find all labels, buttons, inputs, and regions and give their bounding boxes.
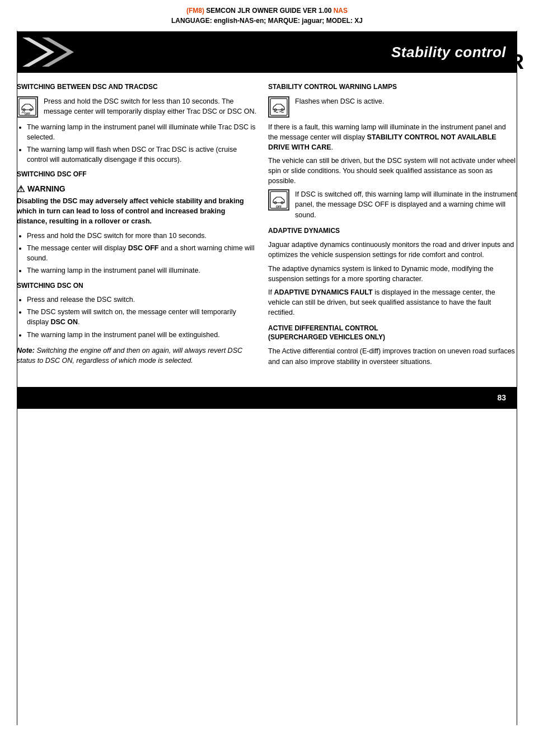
switching-between-heading: SWITCHING BETWEEN DSC AND TRACDSC (17, 83, 257, 92)
fm8-label: (FM8) (186, 7, 206, 15)
dsc-icon-text-row: OFF Press and hold the DSC switch for le… (17, 96, 257, 118)
page-header: (FM8) SEMCON JLR OWNER GUIDE VER 1.00 NA… (0, 0, 534, 28)
svg-rect-8 (270, 99, 287, 115)
bullet-item: The warning lamp will flash when DSC or … (27, 144, 257, 165)
warning-triangle-icon: ⚠ (17, 184, 25, 194)
stability-control-bold: STABILITY CONTROL NOT AVAILABLE DRIVE WI… (268, 133, 496, 151)
right-column: STABILITY CONTROL WARNING LAMPS Flashes … (268, 83, 517, 370)
adaptive-fault-bold: ADAPTIVE DYNAMICS FAULT (274, 288, 373, 296)
bullet-item: The message center will display DSC OFF … (27, 243, 257, 263)
svg-text:OFF: OFF (276, 205, 282, 208)
switching-dsc-off-heading: SWITCHING DSC OFF (17, 170, 257, 179)
active-diff-heading: ACTIVE DIFFERENTIAL CONTROL (Supercharge… (268, 324, 517, 342)
footer-bar: 83 (17, 387, 517, 408)
dsc-off-bullets: Press and hold the DSC switch for more t… (27, 231, 257, 276)
svg-line-5 (22, 111, 23, 113)
dsc-off-icon: OFF (268, 189, 289, 211)
banner-title: Stability control (95, 44, 517, 61)
dsc-switch-icon: OFF (17, 96, 38, 118)
lang-line: LANGUAGE: english-NAS-en; MARQUE: jaguar… (0, 16, 534, 26)
dsc-off-bold: DSC OFF (128, 244, 159, 252)
active-diff-para: The Active differential control (E-diff)… (268, 346, 517, 366)
right-border-line (517, 31, 517, 725)
bullet-item: Press and hold the DSC switch for more t… (27, 231, 257, 241)
dsc-switch-text: Press and hold the DSC switch for less t… (44, 96, 257, 116)
svg-marker-0 (22, 38, 54, 67)
dsc-note: Note: Switching the engine off and then … (17, 346, 257, 366)
left-border-line (17, 31, 17, 725)
active-diff-title: ACTIVE DIFFERENTIAL CONTROL (268, 324, 378, 332)
left-column: SWITCHING BETWEEN DSC AND TRACDSC OFF (17, 83, 257, 370)
section-banner: Stability control (17, 32, 517, 72)
stability-icon-text-row: Flashes when DSC is active. (268, 96, 517, 118)
dsc-off-icon-row: OFF If DSC is switched off, this warning… (268, 189, 517, 220)
warning-box: ⚠ WARNING Disabling the DSC may adversel… (17, 184, 257, 226)
adaptive-para3: If ADAPTIVE DYNAMICS FAULT is displayed … (268, 287, 517, 318)
semcon-label: SEMCON JLR OWNER GUIDE VER 1.00 (206, 7, 333, 15)
dsc-on-bullets: Press and release the DSC switch. The DS… (27, 295, 257, 340)
warning-body-text: Disabling the DSC may adversely affect v… (17, 196, 257, 226)
bullet-item: Press and release the DSC switch. (27, 295, 257, 305)
bullet-item: The warning lamp in the instrument panel… (27, 265, 257, 276)
dsc-on-bold: DSC ON (50, 318, 78, 326)
stability-driven-para: The vehicle can still be driven, but the… (268, 156, 517, 186)
switching-bullets: The warning lamp in the instrument panel… (27, 122, 257, 165)
warning-label: WARNING (27, 184, 65, 193)
adaptive-dynamics-heading: ADAPTIVE DYNAMICS (268, 227, 517, 236)
svg-marker-1 (42, 38, 74, 67)
page-number: 83 (497, 393, 506, 402)
svg-text:OFF: OFF (25, 112, 30, 115)
nas-label: NAS (334, 7, 348, 15)
active-diff-subtitle: (Supercharged vehicles only) (268, 333, 385, 341)
dsc-off-illuminate-text: If DSC is switched off, this warning lam… (295, 189, 517, 220)
bullet-item: The warning lamp in the instrument panel… (27, 122, 257, 142)
stability-fault-para: If there is a fault, this warning lamp w… (268, 122, 517, 152)
stability-warning-icon (268, 96, 289, 118)
adaptive-para2: The adaptive dynamics system is linked t… (268, 264, 517, 284)
switching-dsc-on-heading: SWITCHING DSC ON (17, 282, 257, 291)
adaptive-para1: Jaguar adaptive dynamics continuously mo… (268, 240, 517, 260)
banner-chevron (17, 32, 95, 72)
warning-title: ⚠ WARNING (17, 184, 257, 194)
bullet-item: The DSC system will switch on, the messa… (27, 307, 257, 327)
main-content: SWITCHING BETWEEN DSC AND TRACDSC OFF (17, 73, 517, 370)
bottom-rule (17, 408, 517, 409)
stability-flash-text: Flashes when DSC is active. (295, 96, 384, 106)
stability-warning-heading: STABILITY CONTROL WARNING LAMPS (268, 83, 517, 92)
bullet-item: The warning lamp in the instrument panel… (27, 330, 257, 340)
